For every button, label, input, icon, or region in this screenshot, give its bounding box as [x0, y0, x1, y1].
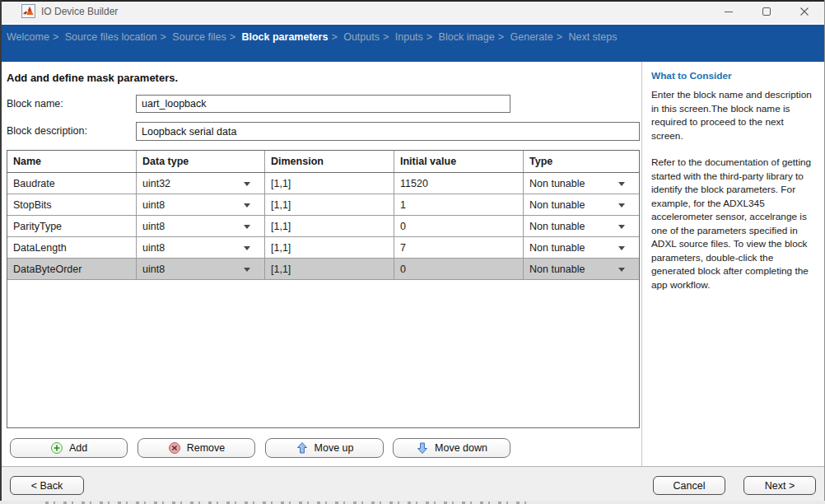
dropdown-arrow-icon[interactable] — [618, 182, 625, 186]
cell-data-type-dropdown[interactable]: uint8 — [137, 237, 265, 258]
remove-button-label: Remove — [187, 442, 226, 454]
cell-type-dropdown[interactable]: Non tunable — [524, 173, 639, 194]
table-row[interactable]: DataLength uint8 [1,1] 7 Non tunable — [7, 237, 639, 259]
matlab-app-icon — [21, 4, 35, 18]
block-name-label: Block name: — [7, 98, 63, 110]
window-border-left — [0, 0, 2, 501]
close-icon — [799, 7, 809, 16]
breadcrumb-separator: > — [557, 31, 562, 43]
dropdown-arrow-icon[interactable] — [244, 246, 250, 250]
cell-name[interactable]: StopBits — [7, 194, 137, 215]
maximize-icon — [762, 7, 771, 16]
breadcrumb-separator: > — [426, 31, 432, 43]
cell-initial-value[interactable]: 0 — [394, 216, 524, 236]
minimize-icon — [725, 12, 733, 12]
window-title: IO Device Builder — [41, 6, 118, 17]
cell-type-value: Non tunable — [529, 264, 585, 275]
window-border-top — [0, 0, 825, 2]
add-button[interactable]: Add — [10, 438, 128, 458]
dropdown-arrow-icon[interactable] — [244, 203, 250, 208]
cell-type-value: Non tunable — [529, 221, 585, 232]
column-header-dimension: Dimension — [265, 151, 394, 172]
cell-data-type-dropdown[interactable]: uint8 — [137, 216, 265, 236]
cell-name[interactable]: Baudrate — [7, 173, 137, 194]
dropdown-arrow-icon[interactable] — [244, 225, 250, 229]
close-button[interactable] — [785, 0, 823, 23]
add-icon — [50, 441, 63, 455]
cell-data-type-dropdown[interactable]: uint8 — [137, 194, 265, 215]
background-content-sliver — [0, 501, 825, 504]
next-button[interactable]: Next > — [743, 476, 816, 495]
block-description-label: Block description: — [7, 125, 87, 137]
dropdown-arrow-icon[interactable] — [244, 268, 250, 272]
cell-type-dropdown[interactable]: Non tunable — [524, 259, 639, 279]
window-controls — [710, 0, 823, 23]
column-header-type: Type — [524, 151, 639, 172]
help-panel: What to Consider Enter the block name an… — [642, 62, 825, 466]
dropdown-arrow-icon[interactable] — [618, 246, 625, 250]
cell-type-dropdown[interactable]: Non tunable — [524, 237, 639, 258]
breadcrumb-item-outputs: Outputs — [343, 31, 380, 43]
cell-type-value: Non tunable — [529, 178, 585, 189]
help-paragraph: Refer to the documentation of getting st… — [651, 156, 815, 292]
cell-initial-value[interactable]: 0 — [394, 259, 524, 279]
cell-type-dropdown[interactable]: Non tunable — [524, 194, 639, 215]
back-button[interactable]: < Back — [10, 476, 84, 495]
dropdown-arrow-icon[interactable] — [618, 268, 625, 272]
breadcrumb-item-block-image: Block image — [439, 31, 495, 43]
cell-data-type-dropdown[interactable]: uint32 — [137, 173, 265, 194]
cell-data-type-value: uint8 — [142, 264, 165, 275]
cell-dimension[interactable]: [1,1] — [265, 259, 394, 279]
table-row[interactable]: ParityType uint8 [1,1] 0 Non tunable — [7, 216, 639, 237]
wizard-step-banner: Welcome> Source files location> Source f… — [0, 25, 825, 62]
cell-data-type-dropdown[interactable]: uint8 — [137, 259, 265, 279]
cell-dimension[interactable]: [1,1] — [265, 216, 394, 236]
cell-name[interactable]: DataByteOrder — [7, 259, 137, 279]
cell-name[interactable]: DataLength — [7, 237, 137, 258]
breadcrumb-item-source-files-location: Source files location — [65, 31, 157, 43]
cell-initial-value[interactable]: 1 — [394, 194, 524, 215]
table-header-row: Name Data type Dimension Initial value T… — [7, 151, 639, 173]
parameters-table: Name Data type Dimension Initial value T… — [7, 150, 640, 428]
cell-type-value: Non tunable — [529, 242, 585, 254]
block-name-input[interactable] — [136, 95, 510, 113]
block-description-input[interactable] — [136, 122, 640, 141]
cell-initial-value[interactable]: 7 — [394, 237, 524, 258]
arrow-down-icon — [416, 441, 429, 455]
cell-initial-value[interactable]: 11520 — [394, 173, 524, 194]
breadcrumb-item-welcome: Welcome — [7, 31, 49, 43]
move-up-button-label: Move up — [315, 442, 354, 454]
breadcrumb-item-inputs: Inputs — [395, 31, 423, 43]
table-row[interactable]: Baudrate uint32 [1,1] 11520 Non tunable — [7, 173, 639, 194]
dropdown-arrow-icon[interactable] — [618, 225, 625, 229]
dropdown-arrow-icon[interactable] — [618, 203, 625, 208]
move-up-button[interactable]: Move up — [265, 438, 384, 458]
column-header-data-type: Data type — [137, 151, 265, 172]
breadcrumb-item-source-files: Source files — [172, 31, 226, 43]
cell-data-type-value: uint32 — [142, 178, 170, 189]
table-row-selected[interactable]: DataByteOrder uint8 [1,1] 0 Non tunable — [7, 259, 639, 280]
column-header-initial-value: Initial value — [394, 151, 524, 172]
breadcrumb-separator: > — [53, 31, 58, 43]
main-content: Add and define mask parameters. Block na… — [0, 62, 641, 466]
title-bar: IO Device Builder — [0, 0, 825, 23]
help-panel-title: What to Consider — [651, 70, 815, 82]
cell-data-type-value: uint8 — [142, 221, 165, 232]
dropdown-arrow-icon[interactable] — [244, 182, 250, 186]
table-row[interactable]: StopBits uint8 [1,1] 1 Non tunable — [7, 194, 639, 216]
maximize-button[interactable] — [748, 0, 785, 23]
cell-dimension[interactable]: [1,1] — [265, 173, 394, 194]
remove-button[interactable]: Remove — [138, 438, 255, 458]
cell-type-dropdown[interactable]: Non tunable — [524, 216, 639, 236]
cell-dimension[interactable]: [1,1] — [265, 237, 394, 258]
remove-icon — [168, 441, 181, 455]
cell-dimension[interactable]: [1,1] — [265, 194, 394, 215]
cell-name[interactable]: ParityType — [7, 216, 137, 236]
breadcrumb-separator: > — [383, 31, 389, 43]
cell-data-type-value: uint8 — [142, 199, 165, 211]
breadcrumb-separator: > — [230, 31, 235, 43]
minimize-button[interactable] — [710, 0, 748, 23]
cancel-button[interactable]: Cancel — [653, 476, 725, 495]
move-down-button[interactable]: Move down — [393, 438, 510, 458]
io-device-builder-window: IO Device Builder Welcome> Source files … — [0, 0, 825, 504]
